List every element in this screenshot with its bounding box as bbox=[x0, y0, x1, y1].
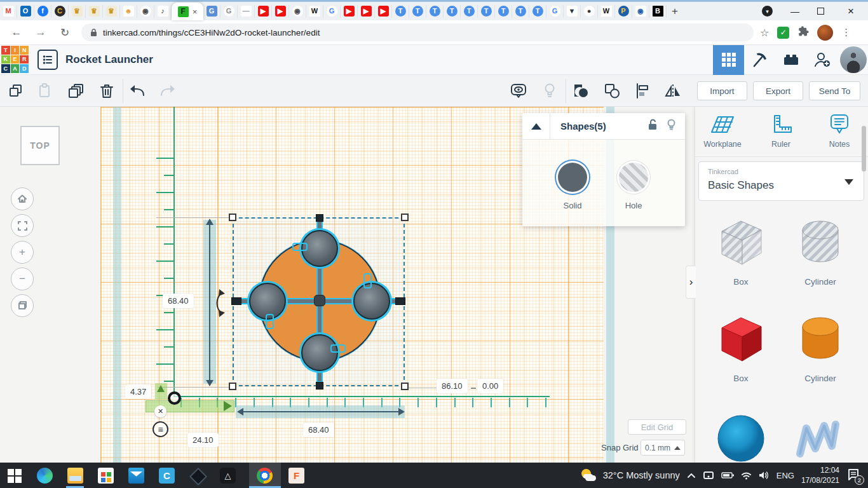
zoom-out-button[interactable]: − bbox=[11, 268, 34, 290]
t-circle-tab[interactable]: T bbox=[495, 5, 512, 18]
gold-crest-tab[interactable]: ♛ bbox=[86, 5, 103, 18]
tinkercad-logo[interactable]: TINKERCAD bbox=[0, 44, 30, 74]
snap-grid-select[interactable]: 0.1 mm bbox=[641, 440, 685, 456]
person-tab[interactable]: ☻ bbox=[120, 5, 137, 18]
gt-tab[interactable]: G bbox=[203, 5, 220, 18]
t-circle-tab[interactable]: T bbox=[409, 5, 426, 18]
blocks-view-button[interactable] bbox=[713, 45, 744, 75]
edit-grid-button[interactable]: Edit Grid bbox=[628, 419, 686, 435]
google-tab[interactable]: G bbox=[323, 5, 341, 18]
mirror-flip-button[interactable] bbox=[660, 80, 686, 102]
reload-icon[interactable]: ↻ bbox=[57, 26, 72, 39]
fit-view-button[interactable] bbox=[11, 214, 34, 237]
ruler-x-label[interactable]: 24.10 bbox=[187, 433, 219, 447]
t-circle-tab[interactable]: T bbox=[512, 5, 529, 18]
shape-library-select[interactable]: Tinkercad Basic Shapes bbox=[698, 161, 864, 201]
scale-handle-bottom-right[interactable] bbox=[401, 383, 409, 390]
orange-cylinder-tile[interactable]: Cylinder bbox=[782, 310, 858, 383]
dash-tab[interactable]: — bbox=[238, 5, 255, 18]
ruler-y-label[interactable]: 4.37 bbox=[125, 384, 151, 399]
import-button[interactable]: Import bbox=[697, 81, 747, 100]
g-gray-tab[interactable]: G bbox=[220, 5, 238, 18]
gold-crest-tab[interactable]: ♛ bbox=[69, 5, 86, 18]
hole-swatch[interactable] bbox=[619, 163, 648, 192]
outlook-tab[interactable]: O bbox=[17, 5, 34, 18]
t-circle-tab[interactable]: T bbox=[444, 5, 461, 18]
sphere-tab[interactable]: ● bbox=[581, 5, 598, 18]
youtube-tab[interactable]: ▶ bbox=[272, 5, 289, 18]
ungroup-button[interactable] bbox=[599, 80, 625, 102]
weather-icon[interactable] bbox=[581, 468, 596, 482]
design-menu-button[interactable] bbox=[37, 50, 58, 70]
user-avatar[interactable] bbox=[840, 46, 867, 73]
align-button[interactable] bbox=[630, 80, 655, 102]
triangle-app-icon[interactable]: △ bbox=[220, 468, 236, 484]
distance2-label[interactable]: 0.00 bbox=[477, 379, 503, 393]
tab-search-icon[interactable]: ▾ bbox=[762, 6, 773, 17]
minecraft-pickaxe-icon[interactable] bbox=[744, 45, 775, 75]
rocket-sphere-bottom[interactable] bbox=[301, 334, 338, 371]
new-tab-button[interactable]: + bbox=[667, 3, 683, 20]
close-button[interactable]: × bbox=[845, 5, 857, 18]
view-cube[interactable]: TOP bbox=[20, 126, 60, 165]
ruler-origin-handle[interactable] bbox=[168, 391, 181, 405]
browser-profile-avatar[interactable] bbox=[817, 25, 833, 41]
collapse-library-button[interactable]: › bbox=[686, 266, 696, 299]
start-button[interactable] bbox=[6, 468, 22, 484]
hidden-icons-chevron[interactable] bbox=[687, 472, 696, 478]
google-tab[interactable]: G bbox=[546, 5, 564, 18]
wifi-icon[interactable] bbox=[741, 471, 752, 480]
group-button[interactable] bbox=[568, 80, 593, 102]
red-box-tile[interactable]: Box bbox=[703, 310, 779, 383]
youtube-tab[interactable]: ▶ bbox=[341, 5, 358, 18]
gmail-tab[interactable]: M bbox=[0, 5, 17, 18]
perspective-toggle-button[interactable] bbox=[11, 294, 34, 317]
ruler-options-button[interactable]: ≡ bbox=[153, 421, 168, 437]
collapse-panel-button[interactable] bbox=[522, 113, 550, 139]
paste-button[interactable] bbox=[32, 80, 57, 102]
width-dimension-label[interactable]: 68.40 bbox=[303, 423, 334, 437]
p21-tab[interactable]: P bbox=[615, 5, 632, 18]
file-explorer-icon[interactable] bbox=[67, 468, 83, 484]
t-circle-tab[interactable]: T bbox=[529, 5, 546, 18]
library-scrollbar[interactable] bbox=[862, 126, 866, 172]
zoom-in-button[interactable]: + bbox=[11, 241, 34, 264]
fusion360-icon[interactable]: F bbox=[288, 468, 304, 484]
facebook-tab[interactable]: f bbox=[34, 5, 51, 18]
t-circle-tab[interactable]: T bbox=[392, 5, 409, 18]
minimize-button[interactable]: — bbox=[789, 6, 801, 17]
mail-icon[interactable] bbox=[128, 468, 144, 484]
youtube-tab[interactable]: ▶ bbox=[255, 5, 272, 18]
extensions-puzzle-icon[interactable] bbox=[797, 25, 809, 39]
ruler-close-button[interactable]: ✕ bbox=[154, 405, 166, 417]
send-to-button[interactable]: Send To bbox=[809, 81, 860, 100]
active-tab[interactable]: F × bbox=[172, 3, 203, 20]
transparent-box-tile[interactable]: Box bbox=[703, 214, 779, 287]
t-circle-tab[interactable]: T bbox=[426, 5, 444, 18]
solid-swatch[interactable] bbox=[558, 163, 587, 192]
show-all-comment-button[interactable] bbox=[506, 80, 531, 102]
wikipedia-tab[interactable]: W bbox=[306, 5, 323, 18]
undo-button[interactable] bbox=[125, 80, 150, 102]
gold-c-tab[interactable]: C bbox=[51, 5, 69, 18]
scale-handle-top-right[interactable] bbox=[401, 214, 409, 221]
tablet-mode-icon[interactable] bbox=[703, 471, 714, 480]
transparent-cylinder-tile[interactable]: Cylinder bbox=[782, 214, 858, 287]
shield-tab[interactable]: ▼ bbox=[564, 5, 581, 18]
slicer-diamond-icon[interactable] bbox=[189, 468, 205, 484]
youtube-tab[interactable]: ▶ bbox=[358, 5, 375, 18]
export-button[interactable]: Export bbox=[753, 81, 803, 100]
weather-text[interactable]: 32°C Mostly sunny bbox=[603, 470, 680, 480]
scale-handle-top-left[interactable] bbox=[229, 214, 236, 221]
ruler-tool[interactable]: Ruler bbox=[754, 113, 808, 149]
copy-button[interactable] bbox=[3, 80, 29, 102]
maximize-button[interactable] bbox=[817, 8, 829, 15]
edge-icon[interactable] bbox=[37, 468, 53, 484]
redo-button[interactable] bbox=[155, 80, 180, 102]
globe-tab[interactable]: ◉ bbox=[137, 5, 154, 18]
chrome-icon[interactable] bbox=[257, 468, 273, 484]
globe-tab[interactable]: ◉ bbox=[289, 5, 306, 18]
language-indicator[interactable]: ENG bbox=[776, 471, 794, 480]
delete-button[interactable] bbox=[94, 80, 119, 102]
height-dimension-label[interactable]: 68.40 bbox=[163, 294, 194, 308]
